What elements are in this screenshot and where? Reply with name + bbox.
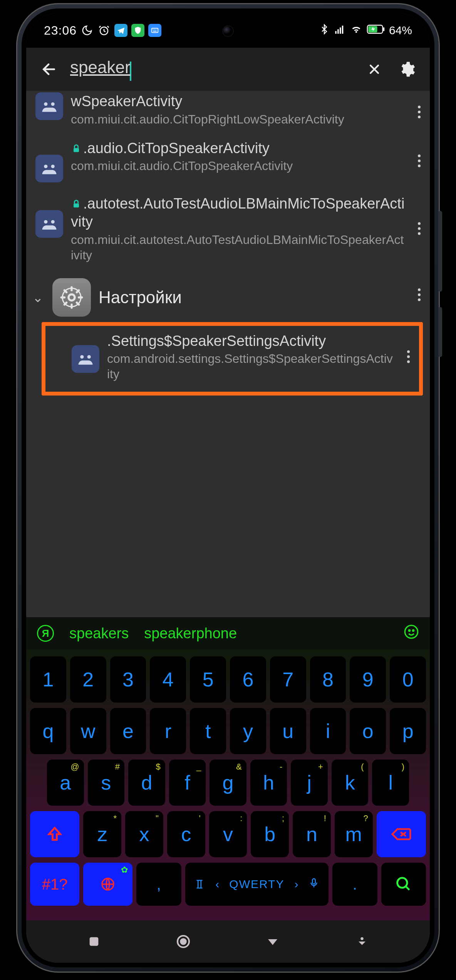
key-3[interactable]: 3 (110, 656, 146, 703)
svg-point-31 (397, 878, 407, 888)
keyboard-suggestion-bar: Я speakers speakerphone (26, 617, 430, 649)
yandex-icon[interactable]: Я (37, 625, 54, 642)
key-e[interactable]: e (110, 708, 146, 754)
key-c[interactable]: 'c (167, 811, 205, 857)
key-0[interactable]: 0 (390, 656, 426, 703)
activity-icon (35, 210, 63, 238)
key-y[interactable]: y (230, 708, 266, 754)
key-f[interactable]: _f (169, 760, 206, 806)
key-1[interactable]: 1 (30, 656, 66, 703)
activity-icon (35, 155, 63, 182)
mic-icon (308, 877, 320, 892)
key-v[interactable]: :v (209, 811, 247, 857)
more-menu-button[interactable] (418, 154, 421, 167)
key-h[interactable]: -h (250, 760, 287, 806)
more-menu-button[interactable] (418, 222, 421, 235)
svg-point-34 (181, 939, 186, 944)
key-u[interactable]: u (270, 708, 306, 754)
key-2[interactable]: 2 (70, 656, 106, 703)
key-9[interactable]: 9 (350, 656, 386, 703)
lock-icon (71, 195, 82, 214)
key-r[interactable]: r (150, 708, 186, 754)
svg-point-14 (51, 102, 55, 106)
nav-home-button[interactable] (172, 930, 195, 953)
key-6[interactable]: 6 (230, 656, 266, 703)
result-item[interactable]: .audio.CitTopSpeakerActivity com.miui.ci… (26, 133, 430, 189)
svg-point-18 (44, 220, 47, 223)
key-s[interactable]: #s (88, 760, 125, 806)
svg-rect-20 (74, 203, 79, 207)
nav-back-button[interactable] (261, 930, 284, 953)
power-button (438, 307, 442, 357)
key-o[interactable]: o (350, 708, 386, 754)
key-m[interactable]: ?m (335, 811, 373, 857)
key-i[interactable]: i (310, 708, 346, 754)
more-menu-button[interactable] (418, 288, 421, 301)
svg-rect-6 (335, 31, 337, 33)
key-z[interactable]: *z (83, 811, 121, 857)
key-shift[interactable] (30, 811, 79, 857)
key-4[interactable]: 4 (150, 656, 186, 703)
battery-percent: 64% (389, 24, 412, 37)
svg-rect-32 (90, 937, 99, 946)
svg-rect-30 (313, 878, 316, 884)
group-header-settings[interactable]: ⌄ Настройки (26, 269, 430, 321)
svg-point-3 (154, 29, 155, 30)
results-list[interactable]: wSpeakerActivity com.miui.cit.audio.CitT… (26, 91, 430, 617)
svg-rect-12 (383, 27, 385, 31)
key-search[interactable] (381, 863, 426, 906)
nav-recent-button[interactable] (82, 930, 106, 953)
moon-icon (80, 24, 94, 37)
key-t[interactable]: t (190, 708, 226, 754)
key-language[interactable]: ✿ (83, 863, 132, 906)
settings-button[interactable] (395, 58, 418, 81)
shield-icon (131, 24, 144, 37)
back-button[interactable] (38, 58, 61, 81)
svg-point-27 (412, 630, 414, 631)
key-d[interactable]: $d (128, 760, 165, 806)
result-item[interactable]: .autotest.AutoTestAudioLBMainMicToSpeake… (26, 189, 430, 269)
key-row-numbers: 1 2 3 4 5 6 7 8 9 0 (30, 656, 426, 703)
result-title: wSpeakerActivity (71, 92, 405, 111)
result-subtitle: com.miui.cit.audio.CitTopRightLowSpeaker… (71, 112, 405, 127)
search-input[interactable]: speaker (70, 58, 354, 81)
key-w[interactable]: w (70, 708, 106, 754)
key-q[interactable]: q (30, 708, 66, 754)
key-x[interactable]: "x (125, 811, 163, 857)
clear-search-button[interactable] (363, 58, 386, 81)
key-b[interactable]: ;b (251, 811, 289, 857)
key-g[interactable]: &g (210, 760, 246, 806)
key-k[interactable]: (k (332, 760, 369, 806)
emoji-button[interactable] (404, 624, 419, 643)
group-title: Настройки (99, 288, 421, 307)
more-menu-button[interactable] (418, 105, 421, 118)
result-item[interactable]: wSpeakerActivity com.miui.cit.audio.CitT… (26, 91, 430, 133)
key-7[interactable]: 7 (270, 656, 306, 703)
lock-icon (71, 140, 82, 159)
key-row-qwerty: q w e r t y u i o p (30, 708, 426, 754)
nav-keyboard-switcher-button[interactable] (350, 930, 374, 953)
key-symbols[interactable]: #1? (30, 863, 79, 906)
svg-rect-5 (153, 31, 156, 32)
result-item-highlighted[interactable]: .Settings$SpeakerSettingsActivity com.an… (45, 326, 419, 388)
key-n[interactable]: !n (293, 811, 331, 857)
result-subtitle: com.miui.cit.audio.CitTopSpeakerActivity (71, 158, 405, 174)
key-j[interactable]: +j (291, 760, 328, 806)
key-8[interactable]: 8 (310, 656, 346, 703)
svg-point-21 (69, 294, 75, 301)
svg-rect-9 (342, 25, 344, 33)
key-5[interactable]: 5 (190, 656, 226, 703)
suggestion-1[interactable]: speakers (69, 625, 129, 642)
more-menu-button[interactable] (407, 351, 410, 363)
key-period[interactable]: . (332, 863, 377, 906)
key-space[interactable]: ‹QWERTY› (185, 863, 329, 906)
key-p[interactable]: p (390, 708, 426, 754)
phone-frame: 23:06 (16, 3, 440, 973)
suggestion-2[interactable]: speakerphone (144, 625, 237, 642)
svg-point-16 (51, 164, 55, 168)
key-comma[interactable]: , (136, 863, 181, 906)
key-a[interactable]: @a (47, 760, 84, 806)
key-l[interactable]: )l (372, 760, 409, 806)
svg-rect-29 (198, 880, 201, 888)
key-backspace[interactable] (377, 811, 426, 857)
